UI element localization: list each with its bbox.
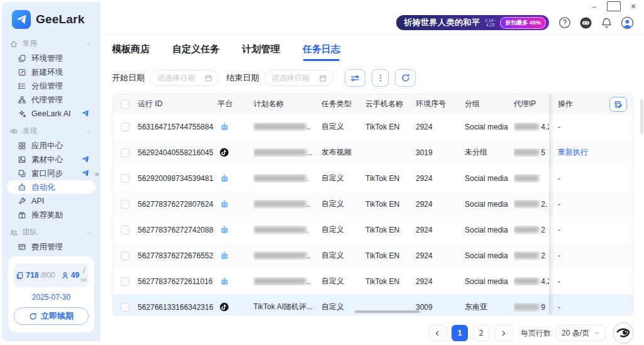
row-checkbox[interactable] <box>121 251 130 260</box>
promo-banner[interactable]: 祈祷世界人类的和平 3.14~4.25 折扣最多 45% <box>396 15 549 30</box>
sidebar-collapse-icon[interactable]: « <box>95 169 99 178</box>
run-id: 562920098734539481 <box>138 174 218 183</box>
table-row[interactable]: 562778376272807624..自定义TikTok EN2924Soci… <box>113 191 633 217</box>
action-value: - <box>558 303 560 312</box>
end-date-input[interactable]: 请选择日期 <box>264 70 333 86</box>
sidebar-item[interactable]: GeeLark AI <box>7 107 96 120</box>
content: 模板商店自定义任务计划管理任务日志 开始日期 请选择日期 结束日期 请选择日期 <box>101 35 644 344</box>
sidebar-item-label: GeeLark AI <box>31 109 71 118</box>
table-row[interactable]: 562778376272611016..自定义TikTok EN2924Soci… <box>113 268 633 294</box>
device-quota: 718/800 <box>16 271 55 280</box>
table-row[interactable]: 562920098734539481.自定义TikTok EN2924Socia… <box>113 165 633 191</box>
sidebar-section-header[interactable]: 发现 <box>2 122 101 138</box>
sidebar-item[interactable]: 推荐奖励 <box>7 208 96 221</box>
geelark-flag-icon <box>81 169 89 177</box>
tab-active[interactable]: 任务日志 <box>303 43 340 61</box>
sidebar-item[interactable]: 费用管理 <box>7 240 96 253</box>
column-settings-button[interactable] <box>609 97 627 112</box>
tiktok-icon <box>218 148 253 157</box>
page-button[interactable]: 1 <box>452 325 468 341</box>
phone-name: TikTok EN <box>365 277 416 286</box>
group-name: Social media <box>465 174 514 183</box>
page-scrollbar[interactable] <box>640 99 643 134</box>
run-id: 562778376272611016 <box>138 277 218 286</box>
row-checkbox[interactable] <box>121 226 130 234</box>
page-size-select[interactable]: 20 条/页 <box>556 325 606 341</box>
geelark-logo-icon <box>12 10 31 29</box>
sidebar-item[interactable]: 窗口同步 <box>7 167 96 180</box>
more-actions-button[interactable] <box>372 69 389 87</box>
sidebar-item-label: 分组管理 <box>31 82 63 90</box>
discover-icon <box>9 127 18 136</box>
run-id: 562766133166342316 <box>138 303 218 312</box>
row-checkbox[interactable] <box>121 303 130 312</box>
minimize-button[interactable]: – <box>587 1 601 11</box>
row-checkbox[interactable] <box>121 277 130 286</box>
filter-sliders-button[interactable] <box>345 69 365 87</box>
sidebar-item[interactable]: 分组管理 <box>7 79 96 92</box>
table-row[interactable]: 562778376272676552..自定义TikTok EN2924Soci… <box>113 243 633 268</box>
sidebar-item-label: 费用管理 <box>31 243 63 251</box>
action-cell: - <box>549 294 633 315</box>
proxy-ip: 9 <box>514 303 549 312</box>
blurred-plan-name <box>253 175 306 182</box>
sidebar-item-label: API <box>31 197 44 205</box>
action-value: - <box>558 277 560 286</box>
row-checkbox[interactable] <box>121 123 130 131</box>
sidebar-section-header[interactable]: 团队 <box>2 223 101 239</box>
task-type: 自定义 <box>321 224 365 235</box>
help-icon[interactable] <box>558 16 571 29</box>
horizontal-scrollbar[interactable] <box>355 310 420 313</box>
sidebar-item[interactable]: 自动化 <box>7 180 96 194</box>
notification-bell-icon[interactable] <box>601 17 613 29</box>
page-size-value: 20 条/页 <box>562 328 589 339</box>
support-robot-icon[interactable] <box>579 16 592 30</box>
table-row[interactable]: 562778376272742088.自定义TikTok EN2924Socia… <box>113 217 633 243</box>
tab-item[interactable]: 自定义任务 <box>172 43 219 61</box>
tab-bar: 模板商店自定义任务计划管理任务日志 <box>112 35 634 61</box>
action-value: - <box>558 226 560 234</box>
phone-name: TikTok EN <box>365 174 416 183</box>
blurred-plan-name <box>253 226 306 233</box>
row-checkbox[interactable] <box>121 200 130 209</box>
tab-item[interactable]: 模板商店 <box>112 43 150 61</box>
tab-item[interactable]: 计划管理 <box>242 43 280 61</box>
table-row[interactable]: 563164715744755884..自定义TikTok EN2924Soci… <box>113 114 633 140</box>
row-checkbox[interactable] <box>121 174 130 183</box>
plan-name-cell: . <box>253 226 321 234</box>
sidebar-item[interactable]: 应用中心 <box>7 139 96 152</box>
renew-button[interactable]: 立即续期 <box>14 307 89 325</box>
next-page-button[interactable] <box>494 325 513 341</box>
sidebar-section-label: 发现 <box>23 126 37 136</box>
group-name: 未分组 <box>465 147 514 158</box>
task-type: 自定义 <box>321 276 365 287</box>
member-quota: 49/∞ <box>61 266 87 284</box>
sidebar-item[interactable]: API <box>7 194 96 207</box>
sidebar-item[interactable]: 素材中心 <box>7 153 96 166</box>
window-sync-icon <box>18 169 26 178</box>
row-checkbox[interactable] <box>121 148 130 157</box>
proxy-ip: 4.2 <box>514 123 549 131</box>
rerun-link[interactable]: 重新执行 <box>558 147 588 158</box>
brand: GeeLark <box>2 2 101 33</box>
column-header: 分组 <box>465 99 514 109</box>
prev-page-button[interactable] <box>428 325 447 341</box>
select-all-checkbox[interactable] <box>121 100 130 109</box>
sidebar-item[interactable]: 新建环境 <box>7 65 96 79</box>
task-type: 自定义 <box>321 121 365 132</box>
table-row[interactable]: 562924040558216045...发布视频3019未分组 5重新执行 <box>113 140 633 165</box>
sidebar-item[interactable]: 环境管理 <box>7 52 96 65</box>
close-button[interactable]: ✕ <box>626 1 640 11</box>
refresh-button[interactable] <box>395 69 416 87</box>
more-dots-icon <box>376 74 385 82</box>
page-button[interactable]: 2 <box>473 325 489 341</box>
assistant-mascot-button[interactable] <box>613 322 634 344</box>
sidebar: GeeLark 常用环境管理新建环境分组管理代理管理GeeLark AI发现应用… <box>2 2 101 341</box>
maximize-button[interactable] <box>607 1 621 11</box>
sidebar-section-header[interactable]: 常用 <box>2 35 101 51</box>
task-type: 自定义 <box>321 173 365 183</box>
sidebar-item[interactable]: 代理管理 <box>7 93 96 106</box>
start-date-input[interactable]: 请选择日期 <box>150 70 219 86</box>
start-date-label: 开始日期 <box>112 72 145 84</box>
account-avatar-icon[interactable] <box>621 16 634 30</box>
